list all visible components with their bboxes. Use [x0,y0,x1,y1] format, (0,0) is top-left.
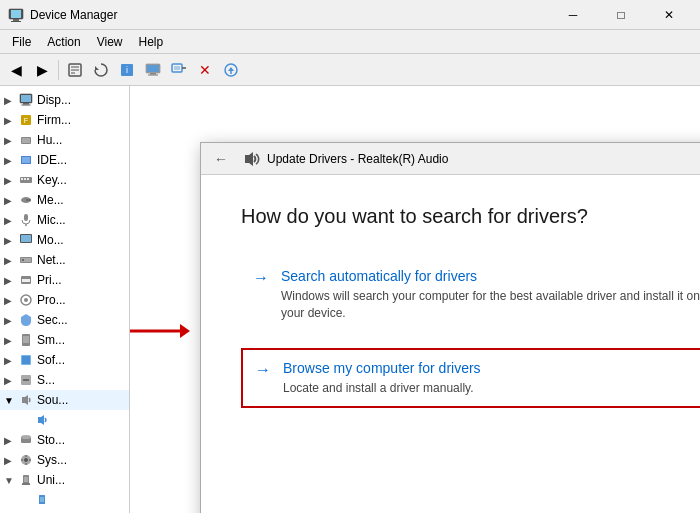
tree-item-key[interactable]: ▶ Key... [0,170,129,190]
menu-help[interactable]: Help [131,33,172,51]
tree-item-firm[interactable]: ▶ F Firm... [0,110,129,130]
svg-rect-28 [22,138,30,143]
svg-text:i: i [126,65,128,75]
tree-item-uni[interactable]: ▼ Uni... [0,470,129,490]
browse-title: Browse my computer for drivers [283,360,481,376]
tree-arrow: ▼ [4,475,18,486]
toolbar: ◀ ▶ i ✕ [0,54,700,86]
tree-icon-sou [18,392,34,408]
dialog-content: How do you want to search for drivers? →… [201,175,700,513]
search-auto-arrow-icon: → [253,269,269,287]
computer-button[interactable] [141,58,165,82]
tree-item-hu[interactable]: ▶ Hu... [0,130,129,150]
tree-arrow: ▶ [4,295,18,306]
menu-file[interactable]: File [4,33,39,51]
svg-rect-17 [174,66,180,70]
close-button[interactable]: ✕ [646,3,692,27]
tree-arrow: ▶ [4,315,18,326]
tree-arrow: ▶ [4,195,18,206]
svg-marker-70 [180,324,190,338]
tree-item-sof[interactable]: ▶ Sof... [0,350,129,370]
svg-rect-24 [22,105,31,106]
tree-arrow [20,495,34,506]
svg-rect-64 [24,477,28,482]
remove-button[interactable]: ✕ [193,58,217,82]
tree-label: Net... [37,253,66,267]
tree-label: Key... [37,173,67,187]
tree-icon-s2 [18,372,34,388]
tree-icon-pro [18,292,34,308]
tree-icon-sm [18,332,34,348]
svg-rect-30 [22,157,30,163]
menu-bar: File Action View Help [0,30,700,54]
svg-rect-2 [13,19,19,21]
tree-label: Sys... [37,453,67,467]
main-area: ▶ Disp... ▶ F Firm... ▶ Hu... ▶ IDE.. [0,86,700,513]
svg-rect-63 [22,483,30,485]
tree-arrow: ▶ [4,455,18,466]
svg-rect-3 [11,21,21,22]
svg-rect-37 [24,214,28,221]
content-area: ← Update Drivers - Realtek(R) Audio ✕ Ho… [130,86,700,513]
tree-item-sys[interactable]: ▶ Sys... [0,450,129,470]
tree-item-disp[interactable]: ▶ Disp... [0,90,129,110]
svg-point-55 [21,435,31,439]
dialog-heading: How do you want to search for drivers? [241,205,700,228]
tree-icon-mic [18,212,34,228]
svg-rect-51 [22,356,30,364]
tree-item-net[interactable]: ▶ Net... [0,250,129,270]
tree-label: Mo... [37,233,64,247]
forward-button[interactable]: ▶ [30,58,54,82]
svg-rect-66 [40,497,44,502]
browse-computer-option[interactable]: → Browse my computer for drivers Locate … [241,348,700,409]
update-drivers-dialog: ← Update Drivers - Realtek(R) Audio ✕ Ho… [200,142,700,513]
svg-rect-32 [21,178,23,180]
minimize-button[interactable]: ─ [550,3,596,27]
svg-rect-22 [21,95,31,102]
refresh-button[interactable] [89,58,113,82]
tree-item-pri[interactable]: ▶ Pri... [0,270,129,290]
svg-marker-8 [95,66,99,70]
svg-rect-33 [24,178,26,180]
svg-marker-19 [228,67,234,71]
back-button[interactable]: ◀ [4,58,28,82]
tree-item-mic[interactable]: ▶ Mic... [0,210,129,230]
dialog-back-button[interactable]: ← [209,147,233,171]
tree-item-mo[interactable]: ▶ Mo... [0,230,129,250]
menu-view[interactable]: View [89,33,131,51]
browse-text: Browse my computer for drivers Locate an… [283,360,481,397]
scan-button[interactable] [167,58,191,82]
svg-rect-34 [27,178,29,180]
tree-item-pro[interactable]: ▶ Pro... [0,290,129,310]
tree-icon-sto [18,432,34,448]
tree-label: Firm... [37,113,71,127]
svg-rect-14 [148,74,158,75]
tree-item-uni-child[interactable] [0,490,129,510]
tree-item-sec[interactable]: ▶ Sec... [0,310,129,330]
search-automatically-option[interactable]: → Search automatically for drivers Windo… [241,258,700,332]
tree-item-sm[interactable]: ▶ Sm... [0,330,129,350]
tree-item-sou-child[interactable] [0,410,129,430]
tree-item-ide[interactable]: ▶ IDE... [0,150,129,170]
tree-icon-key [18,172,34,188]
tree-icon-disp [18,92,34,108]
svg-rect-13 [150,73,156,75]
tree-arrow: ▶ [4,275,18,286]
tree-item-sto[interactable]: ▶ Sto... [0,430,129,450]
tree-label: Sto... [37,433,65,447]
menu-action[interactable]: Action [39,33,88,51]
tree-item-sou[interactable]: ▼ Sou... [0,390,129,410]
tree-icon-sof [18,352,34,368]
properties-button[interactable] [63,58,87,82]
tree-item-me[interactable]: ▶ Me... [0,190,129,210]
tree-arrow: ▼ [4,395,18,406]
download-button[interactable] [219,58,243,82]
settings-button[interactable]: i [115,58,139,82]
tree-arrow: ▶ [4,435,18,446]
tree-item-s2[interactable]: ▶ S... [0,370,129,390]
maximize-button[interactable]: □ [598,3,644,27]
tree-arrow: ▶ [4,95,18,106]
tree-label: Mic... [37,213,66,227]
tree-label: IDE... [37,153,67,167]
device-tree: ▶ Disp... ▶ F Firm... ▶ Hu... ▶ IDE.. [0,86,130,513]
